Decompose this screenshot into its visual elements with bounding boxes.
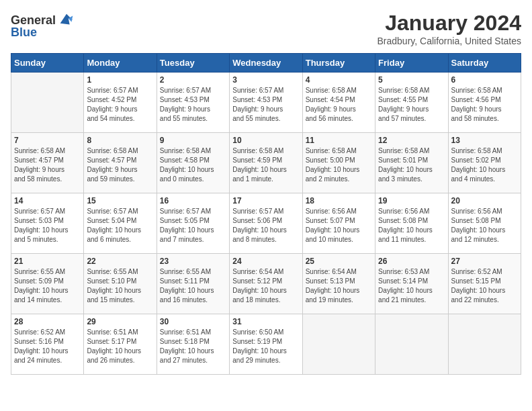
- day-info: Sunrise: 6:58 AM Sunset: 5:01 PM Dayligh…: [378, 146, 445, 184]
- calendar-cell: 24Sunrise: 6:54 AM Sunset: 5:12 PM Dayli…: [230, 254, 302, 314]
- calendar-cell: 9Sunrise: 6:58 AM Sunset: 4:58 PM Daylig…: [157, 133, 229, 193]
- calendar-cell: 16Sunrise: 6:57 AM Sunset: 5:05 PM Dayli…: [157, 193, 229, 254]
- day-info: Sunrise: 6:57 AM Sunset: 5:03 PM Dayligh…: [14, 207, 81, 244]
- calendar-cell: 25Sunrise: 6:54 AM Sunset: 5:13 PM Dayli…: [302, 254, 375, 314]
- day-info: Sunrise: 6:56 AM Sunset: 5:08 PM Dayligh…: [451, 207, 518, 244]
- day-info: Sunrise: 6:57 AM Sunset: 4:52 PM Dayligh…: [87, 86, 153, 124]
- month-year-title: January 2024: [377, 11, 521, 36]
- day-number: 15: [87, 196, 153, 205]
- day-number: 10: [232, 136, 299, 145]
- day-number: 18: [306, 196, 372, 205]
- week-row-2: 7Sunrise: 6:58 AM Sunset: 4:57 PM Daylig…: [11, 133, 521, 193]
- day-info: Sunrise: 6:56 AM Sunset: 5:07 PM Dayligh…: [306, 207, 372, 244]
- day-info: Sunrise: 6:53 AM Sunset: 5:14 PM Dayligh…: [378, 267, 445, 305]
- calendar-cell: 26Sunrise: 6:53 AM Sunset: 5:14 PM Dayli…: [375, 254, 448, 314]
- calendar-cell: 2Sunrise: 6:57 AM Sunset: 4:53 PM Daylig…: [157, 73, 229, 133]
- day-info: Sunrise: 6:57 AM Sunset: 4:53 PM Dayligh…: [232, 86, 299, 124]
- calendar-cell: 18Sunrise: 6:56 AM Sunset: 5:07 PM Dayli…: [302, 193, 375, 254]
- col-header-thursday: Thursday: [302, 54, 375, 73]
- day-info: Sunrise: 6:56 AM Sunset: 5:08 PM Dayligh…: [378, 207, 445, 244]
- calendar-cell: 13Sunrise: 6:58 AM Sunset: 5:02 PM Dayli…: [448, 133, 521, 193]
- day-number: 28: [14, 317, 81, 326]
- day-number: 9: [160, 136, 226, 145]
- day-number: 31: [232, 317, 299, 326]
- calendar-cell: [302, 314, 375, 375]
- calendar-cell: [448, 314, 521, 375]
- calendar-cell: 5Sunrise: 6:58 AM Sunset: 4:55 PM Daylig…: [375, 73, 448, 133]
- day-number: 4: [306, 75, 372, 85]
- col-header-sunday: Sunday: [11, 54, 84, 73]
- calendar-table: SundayMondayTuesdayWednesdayThursdayFrid…: [11, 53, 521, 375]
- day-number: 12: [378, 136, 445, 145]
- day-info: Sunrise: 6:55 AM Sunset: 5:09 PM Dayligh…: [14, 267, 81, 305]
- day-number: 29: [87, 317, 153, 326]
- col-header-wednesday: Wednesday: [230, 54, 302, 73]
- day-info: Sunrise: 6:57 AM Sunset: 5:06 PM Dayligh…: [232, 207, 299, 244]
- location-subtitle: Bradbury, California, United States: [377, 36, 521, 46]
- calendar-cell: 23Sunrise: 6:55 AM Sunset: 5:11 PM Dayli…: [157, 254, 229, 314]
- day-number: 25: [306, 257, 372, 266]
- logo-bird-icon: [57, 11, 76, 30]
- week-row-1: 1Sunrise: 6:57 AM Sunset: 4:52 PM Daylig…: [11, 73, 521, 133]
- day-number: 30: [160, 317, 226, 326]
- day-info: Sunrise: 6:52 AM Sunset: 5:16 PM Dayligh…: [14, 328, 81, 365]
- day-info: Sunrise: 6:58 AM Sunset: 4:57 PM Dayligh…: [14, 146, 81, 184]
- day-number: 1: [87, 75, 153, 85]
- calendar-cell: [375, 314, 448, 375]
- calendar-cell: 11Sunrise: 6:58 AM Sunset: 5:00 PM Dayli…: [302, 133, 375, 193]
- col-header-friday: Friday: [375, 54, 448, 73]
- day-number: 17: [232, 196, 299, 205]
- calendar-cell: [11, 73, 84, 133]
- day-info: Sunrise: 6:57 AM Sunset: 4:53 PM Dayligh…: [160, 86, 226, 124]
- day-number: 24: [232, 257, 299, 266]
- day-number: 8: [87, 136, 153, 145]
- day-info: Sunrise: 6:55 AM Sunset: 5:10 PM Dayligh…: [87, 267, 153, 305]
- logo: General Blue: [11, 11, 76, 40]
- day-info: Sunrise: 6:58 AM Sunset: 4:54 PM Dayligh…: [306, 86, 372, 124]
- day-number: 14: [14, 196, 81, 205]
- day-number: 7: [14, 136, 81, 145]
- day-info: Sunrise: 6:58 AM Sunset: 4:55 PM Dayligh…: [378, 86, 445, 124]
- day-info: Sunrise: 6:58 AM Sunset: 4:57 PM Dayligh…: [87, 146, 153, 184]
- day-info: Sunrise: 6:58 AM Sunset: 4:56 PM Dayligh…: [451, 86, 518, 124]
- calendar-cell: 1Sunrise: 6:57 AM Sunset: 4:52 PM Daylig…: [84, 73, 157, 133]
- calendar-cell: 14Sunrise: 6:57 AM Sunset: 5:03 PM Dayli…: [11, 193, 84, 254]
- day-info: Sunrise: 6:57 AM Sunset: 5:05 PM Dayligh…: [160, 207, 226, 244]
- day-number: 2: [160, 75, 226, 85]
- day-info: Sunrise: 6:51 AM Sunset: 5:18 PM Dayligh…: [160, 328, 226, 365]
- day-info: Sunrise: 6:51 AM Sunset: 5:17 PM Dayligh…: [87, 328, 153, 365]
- day-number: 3: [232, 75, 299, 85]
- calendar-cell: 27Sunrise: 6:52 AM Sunset: 5:15 PM Dayli…: [448, 254, 521, 314]
- calendar-cell: 28Sunrise: 6:52 AM Sunset: 5:16 PM Dayli…: [11, 314, 84, 375]
- col-header-monday: Monday: [84, 54, 157, 73]
- calendar-cell: 3Sunrise: 6:57 AM Sunset: 4:53 PM Daylig…: [230, 73, 302, 133]
- day-number: 26: [378, 257, 445, 266]
- day-info: Sunrise: 6:52 AM Sunset: 5:15 PM Dayligh…: [451, 267, 518, 305]
- day-info: Sunrise: 6:54 AM Sunset: 5:12 PM Dayligh…: [232, 267, 299, 305]
- calendar-cell: 30Sunrise: 6:51 AM Sunset: 5:18 PM Dayli…: [157, 314, 229, 375]
- col-header-saturday: Saturday: [448, 54, 521, 73]
- week-row-3: 14Sunrise: 6:57 AM Sunset: 5:03 PM Dayli…: [11, 193, 521, 254]
- calendar-cell: 8Sunrise: 6:58 AM Sunset: 4:57 PM Daylig…: [84, 133, 157, 193]
- day-number: 27: [451, 257, 518, 266]
- day-info: Sunrise: 6:58 AM Sunset: 5:00 PM Dayligh…: [306, 146, 372, 184]
- week-row-5: 28Sunrise: 6:52 AM Sunset: 5:16 PM Dayli…: [11, 314, 521, 375]
- calendar-cell: 4Sunrise: 6:58 AM Sunset: 4:54 PM Daylig…: [302, 73, 375, 133]
- day-info: Sunrise: 6:50 AM Sunset: 5:19 PM Dayligh…: [232, 328, 299, 365]
- calendar-cell: 20Sunrise: 6:56 AM Sunset: 5:08 PM Dayli…: [448, 193, 521, 254]
- title-block: January 2024 Bradbury, California, Unite…: [377, 11, 521, 46]
- day-info: Sunrise: 6:57 AM Sunset: 5:04 PM Dayligh…: [87, 207, 153, 244]
- calendar-cell: 29Sunrise: 6:51 AM Sunset: 5:17 PM Dayli…: [84, 314, 157, 375]
- day-number: 13: [451, 136, 518, 145]
- day-number: 16: [160, 196, 226, 205]
- day-number: 21: [14, 257, 81, 266]
- calendar-cell: 6Sunrise: 6:58 AM Sunset: 4:56 PM Daylig…: [448, 73, 521, 133]
- page-header: General Blue January 2024 Bradbury, Cali…: [11, 11, 521, 46]
- day-number: 5: [378, 75, 445, 85]
- calendar-cell: 17Sunrise: 6:57 AM Sunset: 5:06 PM Dayli…: [230, 193, 302, 254]
- day-info: Sunrise: 6:55 AM Sunset: 5:11 PM Dayligh…: [160, 267, 226, 305]
- day-number: 20: [451, 196, 518, 205]
- day-number: 23: [160, 257, 226, 266]
- day-number: 6: [451, 75, 518, 85]
- day-info: Sunrise: 6:58 AM Sunset: 4:58 PM Dayligh…: [160, 146, 226, 184]
